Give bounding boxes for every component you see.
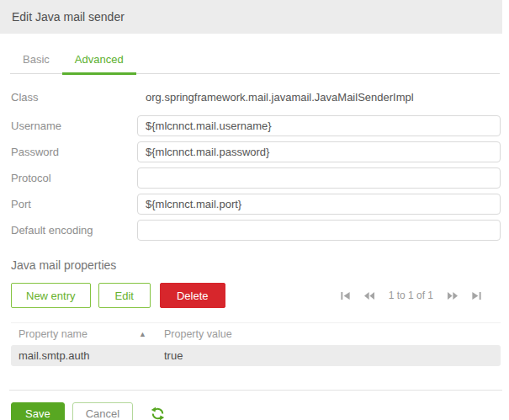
footer-divider xyxy=(9,390,502,391)
pagination-status: 1 to 1 of 1 xyxy=(389,290,433,301)
footer: Save Cancel xyxy=(11,402,498,420)
tab-bar: Basic Advanced xyxy=(10,34,500,74)
column-header-property-name[interactable]: Property name ▲ xyxy=(11,328,156,340)
new-entry-button[interactable]: New entry xyxy=(11,283,91,308)
port-input[interactable] xyxy=(137,194,501,215)
previous-page-icon[interactable] xyxy=(364,292,374,300)
field-row-protocol: Protocol xyxy=(11,167,501,189)
field-label-default-encoding: Default encoding xyxy=(11,224,137,237)
tab-advanced[interactable]: Advanced xyxy=(62,46,136,75)
dialog-title: Edit Java mail sender xyxy=(12,10,125,24)
properties-table: Property name ▲ Property value mail.smtp… xyxy=(11,322,501,366)
class-value: org.springframework.mail.javamail.JavaMa… xyxy=(137,91,414,104)
field-label-protocol: Protocol xyxy=(11,172,137,184)
field-label-port: Port xyxy=(11,198,137,210)
field-row-username: Username xyxy=(11,114,501,136)
default-encoding-input[interactable] xyxy=(137,220,501,241)
field-label-class: Class xyxy=(11,91,137,104)
field-row-password: Password xyxy=(11,141,501,162)
form: Class org.springframework.mail.javamail.… xyxy=(0,74,509,241)
table-row[interactable]: mail.smtp.auth true xyxy=(11,345,501,366)
field-row-port: Port xyxy=(11,193,501,215)
cancel-button[interactable]: Cancel xyxy=(72,402,133,420)
tab-basic[interactable]: Basic xyxy=(10,46,62,75)
protocol-input[interactable] xyxy=(137,167,501,189)
refresh-icon[interactable] xyxy=(151,407,165,420)
field-label-username: Username xyxy=(11,120,137,132)
properties-toolbar: New entry Edit Delete 1 to 1 of 1 xyxy=(11,283,498,308)
table-header: Property name ▲ Property value xyxy=(11,322,501,345)
dialog-edit-java-mail-sender: Edit Java mail sender Basic Advanced Cla… xyxy=(0,0,509,420)
pagination: 1 to 1 of 1 xyxy=(341,290,481,301)
edit-button[interactable]: Edit xyxy=(98,283,151,308)
field-row-class: Class org.springframework.mail.javamail.… xyxy=(11,86,501,108)
sort-ascending-icon[interactable]: ▲ xyxy=(139,330,156,338)
field-row-default-encoding: Default encoding xyxy=(11,219,501,241)
save-button[interactable]: Save xyxy=(11,402,65,420)
last-page-icon[interactable] xyxy=(472,292,481,300)
username-input[interactable] xyxy=(137,115,501,136)
delete-button[interactable]: Delete xyxy=(160,283,225,308)
dialog-titlebar: Edit Java mail sender xyxy=(0,0,502,34)
field-label-password: Password xyxy=(11,146,137,158)
column-header-property-value[interactable]: Property value xyxy=(156,328,232,340)
property-name-cell: mail.smtp.auth xyxy=(11,349,156,362)
properties-section-heading: Java mail properties xyxy=(11,258,498,272)
next-page-icon[interactable] xyxy=(448,292,458,300)
column-header-label: Property name xyxy=(19,328,87,340)
property-value-cell: true xyxy=(156,349,183,362)
first-page-icon[interactable] xyxy=(341,292,350,300)
password-input[interactable] xyxy=(137,141,501,162)
